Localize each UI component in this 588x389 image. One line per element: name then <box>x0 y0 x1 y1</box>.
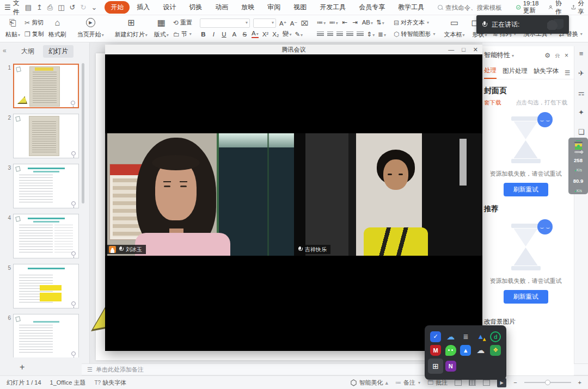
format-painter-button[interactable]: ⌂ 格式刷 <box>45 16 70 41</box>
outline-button[interactable]: A <box>231 31 238 38</box>
export-icon[interactable]: ↥ <box>36 3 42 11</box>
layers-icon[interactable]: ❏ <box>578 128 585 136</box>
superscript-button[interactable]: X² <box>262 31 269 38</box>
video-tile-2[interactable]: 吉祥快乐 <box>294 133 482 256</box>
zoom-slider[interactable] <box>524 382 571 383</box>
panel-scrollbar[interactable] <box>82 63 84 203</box>
collaborate-button[interactable]: 协作 <box>548 0 564 16</box>
tab-animation[interactable]: 动画 <box>209 1 234 14</box>
maximize-button[interactable]: □ <box>462 46 465 53</box>
more-icon[interactable]: ⌄ <box>91 3 97 11</box>
theme-name[interactable]: 1_Office 主题 <box>50 379 86 387</box>
tray-volume-mixer-icon[interactable]: ≣ <box>460 331 471 342</box>
italic-button[interactable]: I <box>210 31 217 38</box>
tray-wechat-icon[interactable] <box>445 345 456 356</box>
font-color-button[interactable]: A <box>252 30 259 38</box>
slide-thumbnail-5[interactable]: 5 <box>0 261 90 311</box>
net-speed-widget[interactable]: 258 K/s 80.9 K/s <box>568 138 588 194</box>
pane-tab-missing-font[interactable]: 缺失字体 <box>534 67 559 78</box>
command-search[interactable] <box>438 4 516 11</box>
slide-thumbnail-6[interactable]: 6 <box>0 311 90 357</box>
copy-button[interactable]: ❐复制 <box>24 30 44 38</box>
align-right-button[interactable] <box>336 32 343 37</box>
undo-icon[interactable]: ↺ <box>70 3 76 11</box>
beautify-button[interactable]: 智能美化 ▴ <box>350 379 389 387</box>
retry-button-2[interactable]: 刷新重试 <box>504 290 548 304</box>
share-button[interactable]: 分享 <box>571 0 587 16</box>
notes-toggle-button[interactable]: ≔备注 <box>395 379 420 387</box>
rocket-icon[interactable]: ✈ <box>578 69 584 77</box>
tray-cloud-icon[interactable]: ☁ <box>475 345 486 356</box>
bullets-button[interactable]: ≔ <box>317 18 326 26</box>
search-input[interactable] <box>445 4 516 11</box>
zoom-in-button[interactable]: + <box>578 379 581 386</box>
underline-button[interactable]: U <box>220 31 228 38</box>
decrease-font-button[interactable]: A⁻ <box>290 20 298 27</box>
phonetic-guide-button[interactable]: 變 <box>283 30 292 38</box>
bold-button[interactable]: B <box>200 31 207 38</box>
line-spacing-button[interactable]: ⇕ <box>367 30 375 38</box>
tab-review[interactable]: 审阅 <box>261 1 286 14</box>
missing-font-indicator[interactable]: T? 缺失字体 <box>94 379 126 387</box>
preview-icon[interactable]: ◫ <box>58 3 64 11</box>
tab-outline[interactable]: 大纲 <box>16 45 40 58</box>
tray-map-alert-icon[interactable]: ▲ <box>475 331 486 342</box>
collapse-panel-icon[interactable]: « <box>3 47 7 54</box>
tray-mcafee-icon[interactable]: M <box>430 345 441 356</box>
magic-wand-icon[interactable]: ✦ <box>578 108 584 116</box>
increase-indent-button[interactable]: ⇥ <box>352 18 359 26</box>
drag-handle[interactable]: ≡ <box>579 50 584 58</box>
sorter-view-button[interactable] <box>469 380 476 386</box>
subscript-button[interactable]: X₂ <box>272 31 279 38</box>
retry-button[interactable]: 刷新重试 <box>504 183 548 196</box>
redo-icon[interactable]: ↻ <box>80 3 86 11</box>
print-icon[interactable]: ⎙ <box>47 3 53 12</box>
slide-thumbnail-1[interactable]: 1 <box>0 61 90 111</box>
to-smart-graphic-button[interactable]: ⬡转智能图形 <box>394 30 436 38</box>
tray-shield-icon[interactable]: ✓ <box>430 331 441 342</box>
clear-format-button[interactable]: ⌧ <box>301 20 308 27</box>
tray-onenote-icon[interactable]: N <box>445 361 456 372</box>
font-size-select[interactable] <box>253 18 276 28</box>
reading-view-button[interactable] <box>483 380 490 386</box>
slide-thumbnail-3[interactable]: 3 <box>0 161 90 211</box>
numbering-button[interactable]: ≕ <box>329 18 338 26</box>
tray-selected-cell[interactable]: ⊞ <box>428 359 443 374</box>
text-box-button[interactable]: ▭ 文本框 <box>440 16 468 41</box>
tune-icon[interactable]: ⚎ <box>578 89 585 97</box>
cut-button[interactable]: ✂剪切 <box>24 18 44 27</box>
pane-tab-image[interactable]: 图片处理 <box>503 67 528 78</box>
tab-design[interactable]: 设计 <box>157 1 182 14</box>
minimize-button[interactable]: — <box>448 46 454 53</box>
section-button[interactable]: 🗀节 <box>173 30 192 38</box>
tab-member[interactable]: 会员专享 <box>353 1 391 14</box>
normal-view-button[interactable] <box>455 380 462 386</box>
zoom-out-button[interactable]: − <box>513 379 517 386</box>
list-level-button[interactable]: ≣ <box>378 30 386 38</box>
pane-title[interactable]: 智能特性 <box>484 51 514 60</box>
zoom-knob[interactable] <box>545 380 550 385</box>
close-button[interactable]: ✕ <box>473 46 478 53</box>
tab-insert[interactable]: 插入 <box>131 1 156 14</box>
change-background-link[interactable]: 改背景图片 <box>477 304 574 326</box>
file-menu[interactable]: ☰ 文件 <box>4 0 20 17</box>
tray-cloud-sync-icon[interactable]: ☁ <box>445 331 456 342</box>
tab-transition[interactable]: 切换 <box>183 1 208 14</box>
distribute-button[interactable] <box>357 32 364 37</box>
char-spacing-button[interactable]: AB <box>362 19 373 26</box>
tab-slideshow[interactable]: 放映 <box>235 1 260 14</box>
highlighter-button[interactable]: ✎ <box>295 30 303 38</box>
tab-view[interactable]: 视图 <box>287 1 313 14</box>
add-slide-button[interactable]: + <box>20 362 24 372</box>
tab-slides[interactable]: 幻灯片 <box>43 45 74 58</box>
slide-thumbnail-4[interactable]: 4 <box>0 211 90 261</box>
align-text-button[interactable]: ⊟对齐文本 <box>394 18 436 27</box>
save-icon[interactable]: ▤ <box>25 3 32 11</box>
tab-devtools[interactable]: 开发工具 <box>314 1 352 14</box>
close-pane-icon[interactable]: × <box>565 52 568 59</box>
font-name-select[interactable] <box>200 18 250 28</box>
tray-browser-icon[interactable]: ▲ <box>460 345 471 356</box>
reset-button[interactable]: ⟲重置 <box>173 18 192 27</box>
tray-plugin-icon[interactable]: ❖ <box>490 345 501 356</box>
paste-button[interactable]: ⎗ 粘贴 <box>2 16 23 41</box>
